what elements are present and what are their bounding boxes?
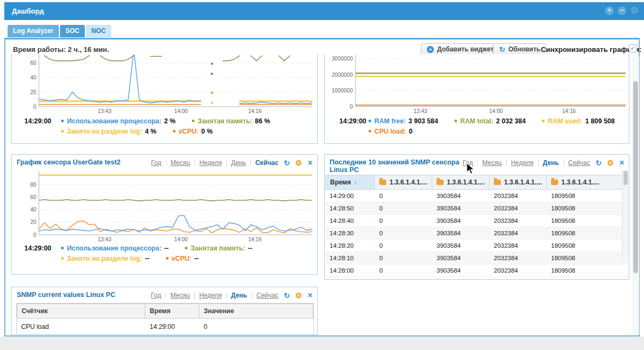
legend-label: vCPU: xyxy=(172,255,192,262)
table-cell: 0 xyxy=(375,205,432,212)
svg-text:3000000: 3000000 xyxy=(332,56,353,62)
table-cell: 1809508 xyxy=(547,193,623,199)
legend-value: 86 % xyxy=(255,117,270,125)
add-dashboard-icon[interactable]: + xyxy=(605,6,614,15)
refresh-icon[interactable]: ↻ xyxy=(595,160,601,167)
range-link-3[interactable]: Неделя xyxy=(199,292,222,299)
legend-item: Занято на разделе log:4 % xyxy=(61,128,157,135)
tab-log-analyzer[interactable]: Log Analyzer xyxy=(8,25,59,37)
legend-line: RAM free:3 903 584RAM total:2 032 384RAM… xyxy=(368,116,631,126)
plus-icon: + xyxy=(427,46,434,53)
cpu-usage-chart: 020406013:4314:0014:16 xyxy=(14,55,314,114)
table-row[interactable]: 14:28:400390358420323841809508 xyxy=(325,215,628,227)
close-icon[interactable]: ✕ xyxy=(307,160,313,167)
table-row[interactable]: CPU load14:29:000 xyxy=(17,319,313,335)
vertical-scrollbar[interactable] xyxy=(632,56,639,334)
table-cell: 0 xyxy=(375,242,432,249)
sync-charts-checkbox[interactable]: ✓ xyxy=(629,44,637,52)
legend-value: -- xyxy=(194,255,198,262)
column-header-1[interactable]: Счётчик xyxy=(17,303,145,319)
tab-noc[interactable]: NOC xyxy=(86,25,111,37)
table-cell: 3903584 xyxy=(432,230,489,236)
table-row[interactable]: 14:28:000390358420323841809508 xyxy=(325,265,628,277)
column-header-2[interactable]: Время xyxy=(145,303,199,319)
legend-dot xyxy=(61,120,64,122)
legend-value: 3 903 584 xyxy=(408,117,438,125)
table-cell: 0 xyxy=(199,323,313,331)
legend-label: Занято на разделе log: xyxy=(67,128,142,135)
close-icon[interactable]: ✕ xyxy=(619,160,625,167)
svg-text:80: 80 xyxy=(30,182,37,188)
range-link-3[interactable]: Неделя xyxy=(511,159,534,167)
legend-item: vCPU:0 % xyxy=(173,128,213,135)
range-link-5[interactable]: Сейчас xyxy=(568,159,591,167)
sync-charts-label: Синхронизировать графики: xyxy=(541,45,641,54)
table-row[interactable]: 14:29:000390358420323841809508 xyxy=(325,190,628,202)
separator xyxy=(226,160,227,166)
folder-icon xyxy=(437,180,444,185)
refresh-icon[interactable]: ↻ xyxy=(284,160,290,167)
legend-label: RAM free: xyxy=(374,117,406,125)
legend-label: Занятая память: xyxy=(191,245,245,252)
close-icon[interactable]: ✕ xyxy=(307,292,313,299)
refresh-button[interactable]: ↻ Обновить xyxy=(493,43,546,55)
range-link-2[interactable]: Месяц xyxy=(171,159,190,167)
range-link-5[interactable]: Сейчас xyxy=(255,159,278,167)
table-cell: 0 xyxy=(375,267,432,274)
refresh-label: Обновить xyxy=(508,45,540,53)
separator xyxy=(166,160,166,166)
gear-icon[interactable]: ⚙ xyxy=(295,160,302,167)
range-link-3[interactable]: Неделя xyxy=(199,159,222,167)
table-cell: 1809508 xyxy=(547,267,623,274)
legend-label: Занятая память: xyxy=(198,117,252,125)
column-header-5[interactable]: 1.3.6.1.4.1.... xyxy=(547,175,623,190)
separator xyxy=(226,292,227,299)
range-link-5[interactable]: Сейчас xyxy=(257,292,279,299)
page-background xyxy=(0,336,644,350)
settings-gear-icon[interactable]: ⚙ xyxy=(630,6,639,15)
column-header-2[interactable]: 1.3.6.1.4.1.... xyxy=(375,175,432,190)
collapse-icon[interactable]: − xyxy=(618,6,626,15)
legend-dot xyxy=(192,120,194,122)
scrollbar-thumb[interactable] xyxy=(633,81,638,273)
range-link-4[interactable]: День xyxy=(543,159,559,167)
folder-icon xyxy=(551,180,558,185)
table-cell: 2032384 xyxy=(489,193,547,199)
table-cell: 14:29:00 xyxy=(145,323,199,331)
refresh-icon[interactable]: ↻ xyxy=(284,292,290,299)
svg-text:14:16: 14:16 xyxy=(562,108,575,114)
range-link-1[interactable]: Год xyxy=(151,292,161,299)
ram-values-chart: 010000002000000300000013:4314:0014:16 xyxy=(326,55,628,114)
widget-snmp-current: SNMP current values Linux PC ГодМесяцНед… xyxy=(11,287,318,335)
range-link-4[interactable]: День xyxy=(231,292,247,299)
legend-line: CPU load:0 xyxy=(368,126,631,136)
widget-title: SNMP current values Linux PC xyxy=(17,291,115,299)
range-link-4[interactable]: День xyxy=(231,159,246,167)
scrollbar-thumb[interactable] xyxy=(623,171,628,185)
legend-item: Занято на разделе log:-- xyxy=(61,255,150,262)
gear-icon[interactable]: ⚙ xyxy=(607,160,614,167)
table-row[interactable]: 14:28:200390358420323841809508 xyxy=(325,240,628,252)
svg-text:13:43: 13:43 xyxy=(413,108,427,114)
column-header-3[interactable]: 1.3.6.1.4.1.... xyxy=(432,175,489,190)
table-row[interactable]: 14:28:500390358420323841809508 xyxy=(325,202,628,215)
tab-soc[interactable]: SOC xyxy=(60,25,85,37)
column-header-4[interactable]: 1.3.6.1.4.1.... xyxy=(489,175,547,190)
svg-text:13:43: 13:43 xyxy=(98,108,111,114)
table-scrollbar[interactable] xyxy=(622,170,629,257)
range-link-2[interactable]: Месяц xyxy=(170,292,190,299)
table-row[interactable]: 14:28:100390358420323841809508 xyxy=(325,252,628,265)
column-header-3[interactable]: Значение xyxy=(199,303,313,319)
range-link-1[interactable]: Год xyxy=(151,159,162,167)
legend-label: Использование процессора: xyxy=(67,117,162,125)
table-row[interactable]: 14:28:300390358420323841809508 xyxy=(325,227,628,240)
gear-icon[interactable]: ⚙ xyxy=(295,292,302,299)
separator xyxy=(194,292,195,299)
range-link-2[interactable]: Месяц xyxy=(482,159,501,167)
legend-item: Использование процессора:2 % xyxy=(61,117,176,125)
add-widget-button[interactable]: + Добавить виджет xyxy=(421,43,500,55)
legend-label: RAM used: xyxy=(548,117,582,125)
column-header-1[interactable]: Время↓ xyxy=(325,175,375,190)
table-cell: 14:28:00 xyxy=(325,267,375,274)
table-cell: 1809508 xyxy=(547,205,623,212)
